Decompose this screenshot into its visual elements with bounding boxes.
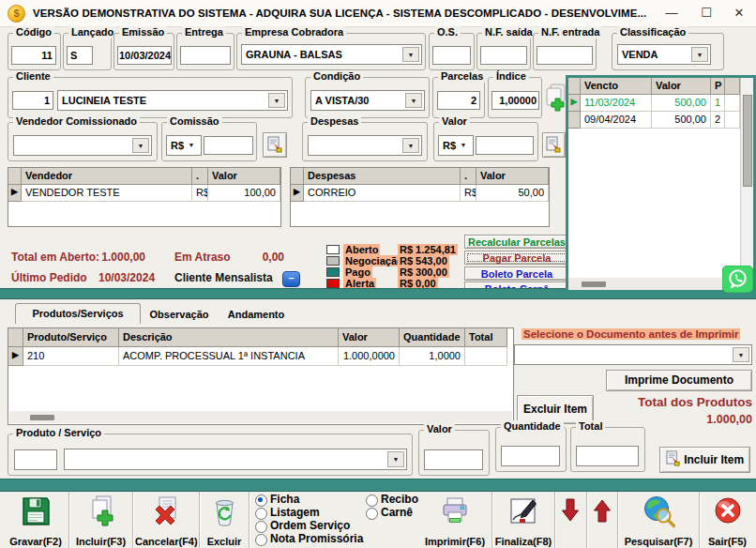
comissao-valor-input[interactable] [204,136,253,155]
despesas-select[interactable] [308,135,422,156]
produto-row[interactable]: 210 ACOMP. PROCESSUAL 1ª INSTANCIA 1.000… [8,347,513,366]
vendedor-comissionado-select[interactable] [13,135,152,156]
chevron-down-icon[interactable] [387,451,404,467]
close-button[interactable]: ✕ [725,4,753,23]
chevron-down-icon[interactable] [456,138,471,153]
col-produto-servico[interactable]: Produto/Serviço [23,328,119,347]
entrega-input[interactable] [180,46,231,65]
valor-entry-input[interactable] [424,449,483,470]
comissao-moeda-select[interactable]: R$ [166,135,202,156]
gravar-button[interactable]: Gravar(F2) [6,491,66,548]
recalcular-parcelas-button[interactable]: Recalcular Parcelas [464,235,569,249]
chevron-down-icon[interactable] [184,138,199,153]
nf-entrada-input[interactable] [537,46,593,65]
condicao-select[interactable]: A VISTA/30 [310,90,425,111]
add-parcela-button[interactable] [543,83,567,113]
col-despesas[interactable]: Despesas [304,168,461,185]
chevron-down-icon[interactable] [402,47,419,62]
chevron-down-icon[interactable] [405,93,422,108]
radio-ficha[interactable] [255,495,267,507]
despesa-moeda-select[interactable]: R$ [438,135,474,156]
parcelas-input[interactable]: 2 [437,91,480,110]
parcela-row[interactable]: 09/04/2024 500,00 2 [568,112,740,129]
incluir-button[interactable]: Incluir(F3) [71,491,130,548]
radio-ordem-servico[interactable] [255,521,267,533]
excluir-button[interactable]: Excluir [202,491,247,548]
imprime-documento-button[interactable]: Imprime Documento [606,370,752,391]
whatsapp-button[interactable] [722,266,753,293]
maximize-button[interactable]: ☐ [692,4,720,23]
chevron-down-icon[interactable] [268,93,285,108]
col-valor[interactable]: Valor [476,168,549,185]
documento-select[interactable] [514,344,752,365]
total-entry-input[interactable] [576,446,639,466]
chevron-down-icon[interactable] [691,47,708,62]
chevron-down-icon[interactable] [402,138,419,153]
parcela-row[interactable]: 11/03/2024 500,00 1 [568,95,740,112]
radio-ficha-label[interactable]: Ficha [270,494,299,506]
radio-listagem-label[interactable]: Listagem [270,507,320,519]
produtos-hscrollbar[interactable] [9,411,512,423]
col-vencto[interactable]: Vencto [581,78,652,95]
os-input[interactable] [432,46,471,65]
empresa-cobradora-group: Empresa Cobradora GRAUNA - BALSAS [236,33,426,70]
move-up-button[interactable] [589,491,615,548]
parcelas-vscrollbar[interactable] [740,78,753,277]
cliente-select[interactable]: LUCINEIA TESTE [57,90,288,111]
scrollbar-thumb[interactable] [743,95,752,187]
radio-listagem[interactable] [255,508,267,520]
radio-ordem-servico-label[interactable]: Ordem Serviço [270,520,350,532]
despesa-valor-input[interactable] [476,136,534,155]
quantidade-entry-input[interactable] [501,446,560,466]
chevron-down-icon[interactable] [132,138,149,153]
indice-input[interactable]: 1,00000 [491,91,539,110]
col-valor[interactable]: Valor [339,328,400,347]
produto-codigo-input[interactable] [14,449,57,470]
codigo-input[interactable]: 11 [11,46,56,65]
mensalista-toggle-button[interactable]: – [282,271,300,287]
col-moeda[interactable]: . [461,168,476,185]
col-total[interactable]: Total [465,328,507,347]
produto-descricao-select[interactable] [64,449,407,470]
col-valor[interactable]: Valor [652,78,711,95]
empresa-cobradora-select[interactable]: GRAUNA - BALSAS [241,44,422,65]
radio-nota-promissoria-label[interactable]: Nota Promissória [270,533,363,545]
col-quantidade[interactable]: Quantidade [400,328,465,347]
pesquisar-button[interactable]: Pesquisar(F7) [621,491,696,548]
minimize-button[interactable]: — [658,4,686,23]
sair-button[interactable]: Sair(F5) [702,491,753,548]
tab-produtos-servicos[interactable]: Produtos/Serviços [15,303,141,324]
limpar-despesa-button[interactable] [542,132,566,158]
cancelar-button[interactable]: Cancelar(F4) [135,491,197,548]
classificacao-select[interactable]: VENDA [617,44,711,65]
imprimir-button[interactable]: Imprimir(F6) [420,491,490,548]
tab-observacao[interactable]: Observação [143,305,216,325]
tab-andamento[interactable]: Andamento [219,305,293,325]
scrollbar-thumb[interactable] [582,282,606,287]
radio-carne[interactable] [366,508,378,520]
col-p[interactable]: P [711,78,725,95]
classificacao-value: VENDA [622,49,658,60]
emissao-input[interactable]: 10/03/2024 [117,46,172,65]
radio-recibo[interactable] [366,495,378,507]
move-down-button[interactable] [557,491,583,548]
limpar-comissao-button[interactable] [263,132,287,158]
vendedor-row[interactable]: VENDEDOR TESTE R$ 100,00 [8,185,280,202]
col-descricao[interactable]: Descrição [119,328,339,347]
pagar-parcela-button[interactable]: Pagar Parcela [464,251,569,265]
scrollbar-thumb[interactable] [30,415,54,420]
cliente-codigo-input[interactable]: 1 [12,91,53,110]
col-moeda[interactable]: . [192,168,208,185]
lancado-input[interactable]: S [67,46,93,65]
finaliza-button[interactable]: Finaliza(F8) [494,491,552,548]
radio-nota-promissoria[interactable] [255,534,267,546]
incluir-item-button[interactable]: Incluir Item [659,447,750,473]
radio-carne-label[interactable]: Carnê [381,507,413,519]
nf-saida-input[interactable] [480,46,527,65]
boleto-parcela-button[interactable]: Boleto Parcela [464,266,569,281]
chevron-down-icon[interactable] [733,347,749,362]
despesas-row[interactable]: CORREIO R$ 50,00 [291,185,549,202]
radio-recibo-label[interactable]: Recibo [381,494,418,506]
col-vendedor[interactable]: Vendedor [22,168,192,185]
col-valor[interactable]: Valor [208,168,280,185]
